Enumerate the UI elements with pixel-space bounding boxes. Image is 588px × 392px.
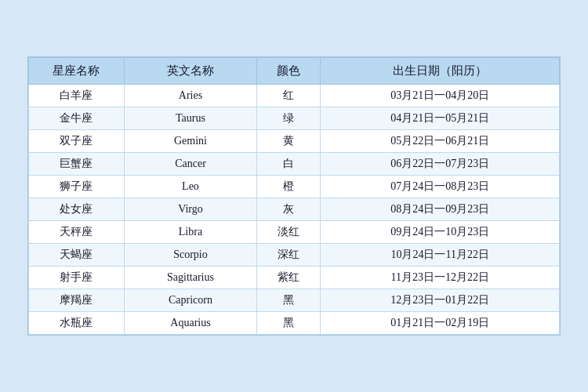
cell-date: 05月22日一06月21日: [321, 130, 560, 153]
table-row: 金牛座Taurus绿04月21日一05月21日: [29, 107, 560, 130]
cell-chinese: 金牛座: [29, 107, 125, 130]
table-body: 白羊座Aries红03月21日一04月20日金牛座Taurus绿04月21日一0…: [29, 85, 560, 335]
zodiac-table-container: 星座名称 英文名称 颜色 出生日期（阳历） 白羊座Aries红03月21日一04…: [27, 56, 561, 336]
cell-date: 04月21日一05月21日: [321, 107, 560, 130]
cell-chinese: 巨蟹座: [29, 153, 125, 176]
cell-color: 淡红: [257, 221, 321, 244]
cell-chinese: 双子座: [29, 130, 125, 153]
table-row: 天蝎座Scorpio深红10月24日一11月22日: [29, 244, 560, 267]
cell-date: 09月24日一10月23日: [321, 221, 560, 244]
table-row: 白羊座Aries红03月21日一04月20日: [29, 85, 560, 107]
cell-chinese: 白羊座: [29, 85, 125, 107]
cell-color: 紫红: [257, 267, 321, 289]
cell-color: 黄: [257, 130, 321, 153]
cell-english: Scorpio: [124, 244, 256, 267]
table-row: 射手座Sagittarius紫红11月23日一12月22日: [29, 267, 560, 289]
cell-color: 黑: [257, 312, 321, 335]
cell-color: 灰: [257, 198, 321, 221]
cell-color: 红: [257, 85, 321, 107]
zodiac-table: 星座名称 英文名称 颜色 出生日期（阳历） 白羊座Aries红03月21日一04…: [28, 57, 560, 335]
cell-english: Leo: [124, 176, 256, 198]
cell-chinese: 摩羯座: [29, 289, 125, 312]
cell-english: Cancer: [124, 153, 256, 176]
cell-color: 白: [257, 153, 321, 176]
cell-chinese: 狮子座: [29, 176, 125, 198]
cell-english: Aries: [124, 85, 256, 107]
cell-chinese: 天蝎座: [29, 244, 125, 267]
table-row: 处女座Virgo灰08月24日一09月23日: [29, 198, 560, 221]
table-row: 摩羯座Capricorn黑12月23日一01月22日: [29, 289, 560, 312]
table-row: 双子座Gemini黄05月22日一06月21日: [29, 130, 560, 153]
cell-english: Taurus: [124, 107, 256, 130]
header-english: 英文名称: [124, 58, 256, 85]
cell-english: Virgo: [124, 198, 256, 221]
cell-color: 黑: [257, 289, 321, 312]
cell-date: 08月24日一09月23日: [321, 198, 560, 221]
cell-color: 橙: [257, 176, 321, 198]
cell-chinese: 处女座: [29, 198, 125, 221]
table-row: 水瓶座Aquarius黑01月21日一02月19日: [29, 312, 560, 335]
cell-date: 03月21日一04月20日: [321, 85, 560, 107]
table-row: 巨蟹座Cancer白06月22日一07月23日: [29, 153, 560, 176]
cell-english: Libra: [124, 221, 256, 244]
table-row: 狮子座Leo橙07月24日一08月23日: [29, 176, 560, 198]
cell-date: 06月22日一07月23日: [321, 153, 560, 176]
cell-date: 07月24日一08月23日: [321, 176, 560, 198]
cell-date: 01月21日一02月19日: [321, 312, 560, 335]
cell-color: 绿: [257, 107, 321, 130]
cell-english: Aquarius: [124, 312, 256, 335]
cell-date: 10月24日一11月22日: [321, 244, 560, 267]
header-date: 出生日期（阳历）: [321, 58, 560, 85]
cell-chinese: 天秤座: [29, 221, 125, 244]
cell-date: 12月23日一01月22日: [321, 289, 560, 312]
table-row: 天秤座Libra淡红09月24日一10月23日: [29, 221, 560, 244]
cell-color: 深红: [257, 244, 321, 267]
header-color: 颜色: [257, 58, 321, 85]
cell-english: Capricorn: [124, 289, 256, 312]
cell-chinese: 射手座: [29, 267, 125, 289]
table-header-row: 星座名称 英文名称 颜色 出生日期（阳历）: [29, 58, 560, 85]
cell-date: 11月23日一12月22日: [321, 267, 560, 289]
cell-english: Gemini: [124, 130, 256, 153]
header-chinese: 星座名称: [29, 58, 125, 85]
cell-english: Sagittarius: [124, 267, 256, 289]
cell-chinese: 水瓶座: [29, 312, 125, 335]
